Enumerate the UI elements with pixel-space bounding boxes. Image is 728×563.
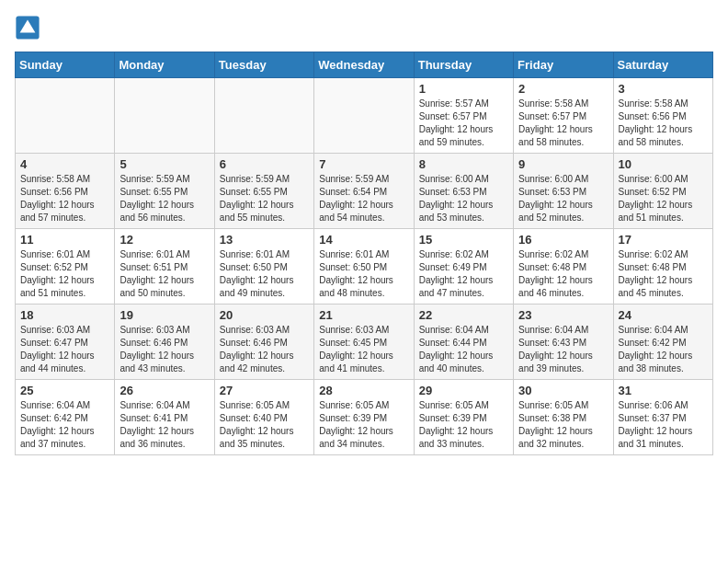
calendar-cell: 21Sunrise: 6:03 AM Sunset: 6:45 PM Dayli…	[314, 304, 414, 380]
calendar-cell: 15Sunrise: 6:02 AM Sunset: 6:49 PM Dayli…	[414, 229, 513, 304]
calendar-cell: 29Sunrise: 6:05 AM Sunset: 6:39 PM Dayli…	[414, 380, 513, 455]
day-number: 9	[518, 157, 608, 171]
calendar-cell: 16Sunrise: 6:02 AM Sunset: 6:48 PM Dayli…	[514, 229, 613, 304]
calendar-cell	[115, 78, 214, 154]
day-number: 29	[419, 384, 508, 397]
weekday-header-thursday: Thursday	[414, 52, 513, 78]
day-info: Sunrise: 6:01 AM Sunset: 6:50 PM Dayligh…	[220, 248, 309, 300]
day-number: 7	[319, 157, 408, 171]
calendar-cell: 10Sunrise: 6:00 AM Sunset: 6:52 PM Dayli…	[613, 154, 712, 229]
calendar-cell: 27Sunrise: 6:05 AM Sunset: 6:40 PM Dayli…	[214, 380, 313, 455]
calendar-cell: 3Sunrise: 5:58 AM Sunset: 6:56 PM Daylig…	[613, 78, 712, 154]
day-info: Sunrise: 6:06 AM Sunset: 6:37 PM Dayligh…	[619, 399, 708, 451]
calendar-cell: 4Sunrise: 5:58 AM Sunset: 6:56 PM Daylig…	[16, 154, 115, 229]
calendar-cell: 20Sunrise: 6:03 AM Sunset: 6:46 PM Dayli…	[214, 304, 313, 380]
calendar-cell: 11Sunrise: 6:01 AM Sunset: 6:52 PM Dayli…	[16, 229, 115, 304]
week-row-5: 25Sunrise: 6:04 AM Sunset: 6:42 PM Dayli…	[16, 380, 713, 455]
day-number: 27	[220, 384, 309, 397]
day-number: 11	[20, 233, 109, 247]
calendar-cell: 25Sunrise: 6:04 AM Sunset: 6:42 PM Dayli…	[16, 380, 115, 455]
logo	[15, 15, 44, 40]
day-info: Sunrise: 5:59 AM Sunset: 6:55 PM Dayligh…	[119, 173, 209, 224]
calendar: SundayMondayTuesdayWednesdayThursdayFrid…	[15, 52, 713, 455]
day-info: Sunrise: 6:01 AM Sunset: 6:52 PM Dayligh…	[20, 248, 109, 300]
weekday-header-saturday: Saturday	[613, 52, 712, 78]
day-number: 22	[419, 308, 508, 322]
calendar-cell: 5Sunrise: 5:59 AM Sunset: 6:55 PM Daylig…	[115, 154, 214, 229]
day-number: 6	[220, 157, 309, 171]
day-info: Sunrise: 6:04 AM Sunset: 6:42 PM Dayligh…	[619, 324, 708, 375]
day-info: Sunrise: 6:03 AM Sunset: 6:46 PM Dayligh…	[220, 324, 309, 375]
day-number: 15	[419, 233, 508, 247]
weekday-header-friday: Friday	[514, 52, 613, 78]
weekday-header-sunday: Sunday	[16, 52, 115, 78]
day-info: Sunrise: 6:05 AM Sunset: 6:38 PM Dayligh…	[518, 399, 608, 451]
day-info: Sunrise: 6:02 AM Sunset: 6:48 PM Dayligh…	[518, 248, 608, 300]
calendar-cell: 1Sunrise: 5:57 AM Sunset: 6:57 PM Daylig…	[414, 78, 513, 154]
week-row-3: 11Sunrise: 6:01 AM Sunset: 6:52 PM Dayli…	[16, 229, 713, 304]
calendar-cell: 2Sunrise: 5:58 AM Sunset: 6:57 PM Daylig…	[514, 78, 613, 154]
header	[15, 15, 713, 40]
calendar-cell: 26Sunrise: 6:04 AM Sunset: 6:41 PM Dayli…	[115, 380, 214, 455]
day-number: 20	[220, 308, 309, 322]
calendar-cell: 17Sunrise: 6:02 AM Sunset: 6:48 PM Dayli…	[613, 229, 712, 304]
calendar-cell: 23Sunrise: 6:04 AM Sunset: 6:43 PM Dayli…	[514, 304, 613, 380]
week-row-1: 1Sunrise: 5:57 AM Sunset: 6:57 PM Daylig…	[16, 78, 713, 154]
week-row-2: 4Sunrise: 5:58 AM Sunset: 6:56 PM Daylig…	[16, 154, 713, 229]
day-info: Sunrise: 6:04 AM Sunset: 6:41 PM Dayligh…	[119, 399, 209, 451]
day-number: 19	[119, 308, 209, 322]
calendar-cell	[314, 78, 414, 154]
calendar-cell: 24Sunrise: 6:04 AM Sunset: 6:42 PM Dayli…	[613, 304, 712, 380]
day-number: 23	[518, 308, 608, 322]
day-info: Sunrise: 6:05 AM Sunset: 6:39 PM Dayligh…	[319, 399, 408, 451]
calendar-cell: 8Sunrise: 6:00 AM Sunset: 6:53 PM Daylig…	[414, 154, 513, 229]
day-number: 18	[20, 308, 109, 322]
calendar-cell: 28Sunrise: 6:05 AM Sunset: 6:39 PM Dayli…	[314, 380, 414, 455]
day-info: Sunrise: 5:57 AM Sunset: 6:57 PM Dayligh…	[419, 98, 508, 149]
calendar-cell: 19Sunrise: 6:03 AM Sunset: 6:46 PM Dayli…	[115, 304, 214, 380]
day-info: Sunrise: 6:03 AM Sunset: 6:45 PM Dayligh…	[319, 324, 408, 375]
calendar-cell: 7Sunrise: 5:59 AM Sunset: 6:54 PM Daylig…	[314, 154, 414, 229]
day-number: 16	[518, 233, 608, 247]
week-row-4: 18Sunrise: 6:03 AM Sunset: 6:47 PM Dayli…	[16, 304, 713, 380]
weekday-header-wednesday: Wednesday	[314, 52, 414, 78]
day-info: Sunrise: 5:58 AM Sunset: 6:56 PM Dayligh…	[619, 98, 708, 149]
day-info: Sunrise: 6:05 AM Sunset: 6:39 PM Dayligh…	[419, 399, 508, 451]
day-number: 3	[619, 82, 708, 96]
day-number: 14	[319, 233, 408, 247]
calendar-cell: 12Sunrise: 6:01 AM Sunset: 6:51 PM Dayli…	[115, 229, 214, 304]
day-number: 1	[419, 82, 508, 96]
day-info: Sunrise: 5:59 AM Sunset: 6:55 PM Dayligh…	[220, 173, 309, 224]
day-info: Sunrise: 6:04 AM Sunset: 6:42 PM Dayligh…	[20, 399, 109, 451]
weekday-header-row: SundayMondayTuesdayWednesdayThursdayFrid…	[16, 52, 713, 78]
calendar-cell	[16, 78, 115, 154]
day-info: Sunrise: 5:58 AM Sunset: 6:56 PM Dayligh…	[20, 173, 109, 224]
calendar-cell: 22Sunrise: 6:04 AM Sunset: 6:44 PM Dayli…	[414, 304, 513, 380]
day-info: Sunrise: 5:59 AM Sunset: 6:54 PM Dayligh…	[319, 173, 408, 224]
day-number: 10	[619, 157, 708, 171]
logo-icon	[15, 15, 40, 40]
day-info: Sunrise: 6:00 AM Sunset: 6:53 PM Dayligh…	[419, 173, 508, 224]
day-info: Sunrise: 6:00 AM Sunset: 6:52 PM Dayligh…	[619, 173, 708, 224]
day-number: 30	[518, 384, 608, 397]
day-number: 13	[220, 233, 309, 247]
calendar-cell: 6Sunrise: 5:59 AM Sunset: 6:55 PM Daylig…	[214, 154, 313, 229]
calendar-cell: 14Sunrise: 6:01 AM Sunset: 6:50 PM Dayli…	[314, 229, 414, 304]
weekday-header-monday: Monday	[115, 52, 214, 78]
weekday-header-tuesday: Tuesday	[214, 52, 313, 78]
day-number: 2	[518, 82, 608, 96]
calendar-cell: 18Sunrise: 6:03 AM Sunset: 6:47 PM Dayli…	[16, 304, 115, 380]
day-number: 28	[319, 384, 408, 397]
day-info: Sunrise: 6:03 AM Sunset: 6:47 PM Dayligh…	[20, 324, 109, 375]
day-number: 21	[319, 308, 408, 322]
day-info: Sunrise: 6:05 AM Sunset: 6:40 PM Dayligh…	[220, 399, 309, 451]
day-info: Sunrise: 5:58 AM Sunset: 6:57 PM Dayligh…	[518, 98, 608, 149]
calendar-cell: 9Sunrise: 6:00 AM Sunset: 6:53 PM Daylig…	[514, 154, 613, 229]
day-info: Sunrise: 6:01 AM Sunset: 6:50 PM Dayligh…	[319, 248, 408, 300]
day-info: Sunrise: 6:03 AM Sunset: 6:46 PM Dayligh…	[119, 324, 209, 375]
day-number: 25	[20, 384, 109, 397]
day-info: Sunrise: 6:04 AM Sunset: 6:44 PM Dayligh…	[419, 324, 508, 375]
calendar-cell: 30Sunrise: 6:05 AM Sunset: 6:38 PM Dayli…	[514, 380, 613, 455]
day-number: 26	[119, 384, 209, 397]
day-number: 24	[619, 308, 708, 322]
